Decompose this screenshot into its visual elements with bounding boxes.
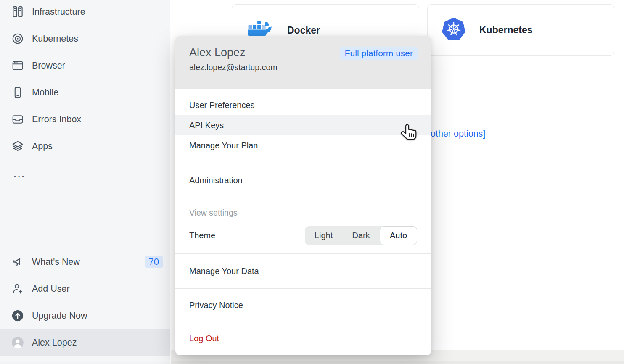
avatar	[11, 336, 24, 349]
user-email: alez.lopez@startup.com	[189, 63, 416, 72]
other-options-link[interactable]: other options]	[431, 129, 485, 139]
menu-item-administration[interactable]: Administration	[175, 163, 431, 198]
inbox-icon	[11, 113, 24, 126]
sidebar-item-label: Upgrade Now	[32, 311, 87, 321]
menu-item-log-out[interactable]: Log Out	[175, 322, 431, 355]
user-plus-icon	[11, 282, 24, 295]
menu-item-manage-your-plan[interactable]: Manage Your Plan	[175, 135, 431, 156]
menu-item-user-preferences[interactable]: User Preferences	[175, 95, 431, 115]
layers-icon	[11, 140, 24, 153]
sidebar-item-label: What's New	[32, 257, 80, 267]
sidebar-item-label: Alex Lopez	[32, 338, 77, 348]
theme-row: Theme Light Dark Auto	[189, 226, 417, 245]
sidebar-footer: What's New 70 Add User	[0, 248, 170, 356]
app-screen: Infrastructure Kubernetes	[0, 0, 624, 364]
integration-card-kubernetes[interactable]: Kubernetes	[427, 4, 614, 56]
sidebar-nav: Infrastructure Kubernetes	[0, 0, 170, 187]
theme-label: Theme	[189, 231, 215, 240]
upgrade-arrow-icon	[11, 309, 24, 322]
theme-option-auto[interactable]: Auto	[380, 226, 417, 245]
sidebar-item-label: Kubernetes	[32, 34, 78, 44]
sidebar: Infrastructure Kubernetes	[0, 0, 170, 364]
user-menu-group-account: User Preferences API Keys Manage Your Pl…	[175, 89, 431, 163]
menu-item-manage-your-data[interactable]: Manage Your Data	[175, 254, 431, 288]
sidebar-item-whats-new[interactable]: What's New 70	[0, 248, 170, 275]
theme-option-light[interactable]: Light	[305, 226, 342, 245]
card-title: Docker	[287, 25, 320, 36]
kubernetes-logo-icon	[442, 18, 465, 43]
view-settings-section: View settings Theme Light Dark Auto	[175, 198, 431, 253]
sidebar-item-label: Errors Inbox	[32, 114, 81, 125]
sidebar-item-label: Apps	[32, 141, 53, 152]
megaphone-icon	[11, 256, 24, 268]
sidebar-bottom-divider	[0, 362, 170, 364]
role-badge: Full platform user	[340, 47, 418, 60]
menu-item-api-keys[interactable]: API Keys	[175, 115, 431, 135]
sidebar-item-upgrade-now[interactable]: Upgrade Now	[0, 302, 170, 329]
browser-icon	[11, 59, 24, 72]
servers-icon	[11, 5, 24, 18]
sidebar-item-browser[interactable]: Browser	[0, 52, 170, 79]
user-menu-header: Alex Lopez alez.lopez@startup.com Full p…	[175, 36, 431, 89]
footer-strip-edge	[171, 361, 624, 364]
theme-option-dark[interactable]: Dark	[342, 226, 380, 245]
theme-segmented-control: Light Dark Auto	[305, 226, 417, 245]
sidebar-item-label: Browser	[32, 61, 65, 71]
sidebar-divider	[0, 240, 170, 240]
sidebar-item-infrastructure[interactable]: Infrastructure	[0, 0, 170, 25]
mobile-icon	[11, 86, 24, 99]
sidebar-item-kubernetes[interactable]: Kubernetes	[0, 25, 170, 52]
sidebar-item-apps[interactable]: Apps	[0, 133, 170, 160]
card-title: Kubernetes	[479, 24, 533, 36]
sidebar-item-label: Infrastructure	[32, 7, 85, 17]
sidebar-item-label: Add User	[32, 284, 70, 294]
sidebar-item-add-user[interactable]: Add User	[0, 275, 170, 302]
menu-item-privacy-notice[interactable]: Privacy Notice	[175, 289, 431, 322]
sidebar-item-current-user[interactable]: Alex Lopez	[0, 329, 170, 356]
sidebar-item-mobile[interactable]: Mobile	[0, 79, 170, 106]
sidebar-more-button[interactable]: …	[0, 160, 170, 187]
sidebar-item-errors-inbox[interactable]: Errors Inbox	[0, 106, 170, 133]
target-icon	[11, 32, 24, 45]
sidebar-item-label: Mobile	[32, 87, 58, 98]
view-settings-label: View settings	[189, 208, 417, 218]
whats-new-count-badge: 70	[145, 256, 163, 268]
user-menu-dropdown: Alex Lopez alez.lopez@startup.com Full p…	[175, 36, 431, 355]
